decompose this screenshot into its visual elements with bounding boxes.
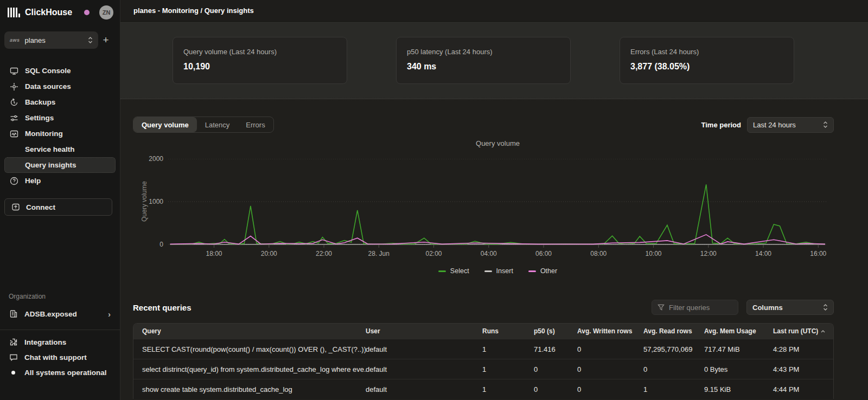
y-tick-label: 2000 [149,155,163,163]
system-status[interactable]: All systems operational [4,365,116,380]
service-select[interactable]: aws planes [4,31,98,49]
sidebar-item-label: Help [25,177,41,185]
notification-dot-icon [84,10,90,15]
cell-runs: 1 [482,365,534,373]
x-tick-label: 18:00 [206,250,222,257]
column-header-user[interactable]: User [366,327,482,335]
chart-y-ticks: 010002000 [133,159,163,244]
cell-p50: 71.416 [534,345,577,353]
connect-button[interactable]: Connect [4,198,112,216]
legend-item-select[interactable]: Select [438,267,469,275]
stat-label: Errors (Last 24 hours) [630,48,783,56]
chart-controls: Query volume Latency Errors Time period … [133,117,834,133]
chart-x-ticks: 18:0020:0022:0028. Jun02:0004:0006:0008:… [168,250,827,259]
filter-queries-box[interactable] [652,300,738,315]
stat-value: 10,190 [183,62,336,72]
footer-item-label: All systems operational [24,369,107,377]
recent-queries-header: Recent queries Columns [133,300,834,315]
data-sources-icon [10,82,18,91]
legend-item-other[interactable]: Other [528,267,557,275]
columns-select[interactable]: Columns [746,300,834,315]
stat-label: p50 latency (Last 24 hours) [407,48,560,56]
chat-icon [9,353,18,362]
user-avatar[interactable]: ZN [99,5,113,20]
sql-console-icon [10,67,18,75]
tab-latency[interactable]: Latency [197,117,238,132]
chart-title: Query volume [168,139,827,147]
service-selector-row: aws planes + [4,31,113,49]
cell-avg-mem-usage: 0 Bytes [704,365,773,373]
column-header-p50[interactable]: p50 (s) [534,327,577,335]
page-header: planes - Monitoring / Query insights [120,0,868,22]
integrations-icon [9,338,18,346]
sidebar-item-sql-console[interactable]: SQL Console [4,63,116,79]
chevron-up-down-icon [823,121,828,128]
sidebar-item-settings[interactable]: Settings [4,110,116,126]
sidebar-item-integrations[interactable]: Integrations [4,334,116,350]
chevron-up-down-icon [88,36,93,44]
x-tick-label: 02:00 [426,250,442,257]
help-icon [10,177,18,185]
column-header-query[interactable]: Query [142,327,366,335]
backups-icon [10,98,18,107]
sidebar-item-label: Data sources [25,82,71,91]
x-tick-label: 04:00 [481,250,497,257]
sidebar-item-service-health[interactable]: Service health [4,141,116,157]
sidebar-item-help[interactable]: Help [4,173,116,189]
filter-queries-input[interactable] [669,304,726,312]
sidebar-item-backups[interactable]: Backups [4,94,116,110]
sidebar-item-monitoring[interactable]: Monitoring [4,126,116,141]
stat-card-query-volume: Query volume (Last 24 hours) 10,190 [173,37,347,84]
add-service-button[interactable]: + [98,34,113,46]
sidebar-item-query-insights[interactable]: Query insights [4,157,116,173]
column-header-avg-read-rows[interactable]: Avg. Read rows [643,327,704,335]
column-header-last-run[interactable]: Last run (UTC) [773,327,833,335]
chevron-right-icon: › [108,309,111,319]
cell-user: default [366,365,482,373]
table-row[interactable]: select distrinct(query_id) from system.d… [133,359,833,379]
footer-item-label: Chat with support [24,353,87,362]
stat-label: Query volume (Last 24 hours) [183,48,336,56]
organization-block: Organization ADSB.exposed › Integrations… [0,293,120,380]
cell-last-run: 4:28 PM [773,345,833,353]
column-header-runs[interactable]: Runs [482,327,534,335]
sidebar-item-chat-support[interactable]: Chat with support [4,350,116,365]
sidebar-item-label: Service health [25,145,75,153]
cell-avg-written-rows: 0 [577,385,643,393]
y-tick-label: 1000 [149,198,163,205]
legend-swatch-icon [528,270,536,272]
legend-swatch-icon [438,270,446,272]
connect-icon [11,203,20,211]
tab-query-volume[interactable]: Query volume [133,117,197,132]
column-header-avg-mem-usage[interactable]: Avg. Mem Usage [704,327,773,335]
funnel-icon [658,304,665,311]
organization-name: ADSB.exposed [24,310,77,318]
clickhouse-logo-icon [8,8,20,17]
cell-runs: 1 [482,345,534,353]
recent-queries-title: Recent queries [133,303,192,312]
sidebar-item-data-sources[interactable]: Data sources [4,79,116,94]
time-period-select[interactable]: Last 24 hours [747,117,834,133]
brand-name: ClickHouse [25,8,72,17]
time-period-label: Time period [701,121,741,129]
cell-user: default [366,345,482,353]
x-tick-label: 22:00 [316,250,332,257]
legend-item-insert[interactable]: Insert [484,267,513,275]
table-row[interactable]: SELECT CAST(round(pow(count() / max(coun… [133,339,833,359]
series-line-other [170,235,826,244]
monitoring-icon [10,130,18,138]
service-name: planes [25,36,46,44]
breadcrumb: planes - Monitoring / Query insights [133,7,254,15]
sidebar-item-label: Backups [25,98,55,106]
cell-avg-mem-usage: 9.15 KiB [704,385,773,393]
cell-avg-read-rows: 1 [643,385,704,393]
x-tick-label: 16:00 [810,250,826,257]
organization-switcher[interactable]: ADSB.exposed › [4,306,116,322]
chart-legend: Select Insert Other [168,267,827,275]
cell-query: select distrinct(query_id) from system.d… [142,365,366,373]
column-header-avg-written-rows[interactable]: Avg. Written rows [577,327,643,335]
table-row[interactable]: show create table system.distributed_cac… [133,379,833,399]
tab-errors[interactable]: Errors [238,117,273,132]
chart-plot-svg [168,159,827,248]
cell-p50: 0 [534,365,577,373]
